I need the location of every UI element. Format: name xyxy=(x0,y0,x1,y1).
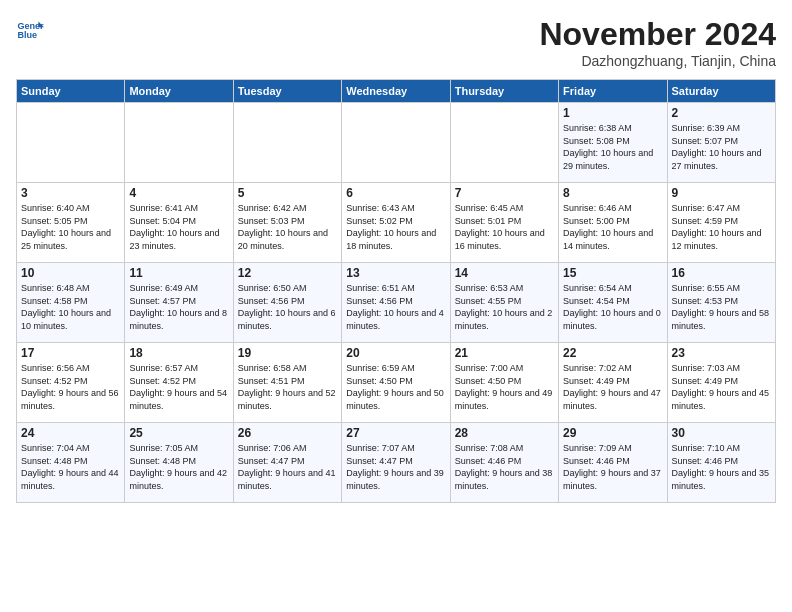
calendar-cell: 22Sunrise: 7:02 AM Sunset: 4:49 PM Dayli… xyxy=(559,343,667,423)
day-number: 24 xyxy=(21,426,120,440)
day-number: 7 xyxy=(455,186,554,200)
month-title: November 2024 xyxy=(539,16,776,53)
day-number: 26 xyxy=(238,426,337,440)
day-number: 20 xyxy=(346,346,445,360)
calendar-cell: 19Sunrise: 6:58 AM Sunset: 4:51 PM Dayli… xyxy=(233,343,341,423)
svg-text:Blue: Blue xyxy=(17,30,37,40)
day-number: 8 xyxy=(563,186,662,200)
calendar-body: 1Sunrise: 6:38 AM Sunset: 5:08 PM Daylig… xyxy=(17,103,776,503)
day-info: Sunrise: 6:49 AM Sunset: 4:57 PM Dayligh… xyxy=(129,282,228,332)
day-info: Sunrise: 7:06 AM Sunset: 4:47 PM Dayligh… xyxy=(238,442,337,492)
day-info: Sunrise: 7:03 AM Sunset: 4:49 PM Dayligh… xyxy=(672,362,771,412)
day-number: 11 xyxy=(129,266,228,280)
day-number: 21 xyxy=(455,346,554,360)
day-info: Sunrise: 6:53 AM Sunset: 4:55 PM Dayligh… xyxy=(455,282,554,332)
weekday-header-cell: Monday xyxy=(125,80,233,103)
day-number: 23 xyxy=(672,346,771,360)
day-info: Sunrise: 7:09 AM Sunset: 4:46 PM Dayligh… xyxy=(563,442,662,492)
day-info: Sunrise: 6:51 AM Sunset: 4:56 PM Dayligh… xyxy=(346,282,445,332)
calendar-cell xyxy=(342,103,450,183)
weekday-header-row: SundayMondayTuesdayWednesdayThursdayFrid… xyxy=(17,80,776,103)
day-info: Sunrise: 6:42 AM Sunset: 5:03 PM Dayligh… xyxy=(238,202,337,252)
day-number: 22 xyxy=(563,346,662,360)
day-info: Sunrise: 6:57 AM Sunset: 4:52 PM Dayligh… xyxy=(129,362,228,412)
calendar-cell: 26Sunrise: 7:06 AM Sunset: 4:47 PM Dayli… xyxy=(233,423,341,503)
day-info: Sunrise: 6:55 AM Sunset: 4:53 PM Dayligh… xyxy=(672,282,771,332)
day-number: 30 xyxy=(672,426,771,440)
day-info: Sunrise: 7:02 AM Sunset: 4:49 PM Dayligh… xyxy=(563,362,662,412)
day-number: 17 xyxy=(21,346,120,360)
calendar-cell: 6Sunrise: 6:43 AM Sunset: 5:02 PM Daylig… xyxy=(342,183,450,263)
weekday-header-cell: Wednesday xyxy=(342,80,450,103)
day-number: 5 xyxy=(238,186,337,200)
day-info: Sunrise: 6:40 AM Sunset: 5:05 PM Dayligh… xyxy=(21,202,120,252)
calendar-cell: 11Sunrise: 6:49 AM Sunset: 4:57 PM Dayli… xyxy=(125,263,233,343)
calendar-cell: 18Sunrise: 6:57 AM Sunset: 4:52 PM Dayli… xyxy=(125,343,233,423)
day-number: 10 xyxy=(21,266,120,280)
day-info: Sunrise: 6:38 AM Sunset: 5:08 PM Dayligh… xyxy=(563,122,662,172)
day-info: Sunrise: 6:46 AM Sunset: 5:00 PM Dayligh… xyxy=(563,202,662,252)
calendar-cell: 28Sunrise: 7:08 AM Sunset: 4:46 PM Dayli… xyxy=(450,423,558,503)
day-number: 16 xyxy=(672,266,771,280)
day-number: 12 xyxy=(238,266,337,280)
weekday-header-cell: Sunday xyxy=(17,80,125,103)
calendar-cell: 7Sunrise: 6:45 AM Sunset: 5:01 PM Daylig… xyxy=(450,183,558,263)
calendar-cell: 30Sunrise: 7:10 AM Sunset: 4:46 PM Dayli… xyxy=(667,423,775,503)
calendar-cell: 4Sunrise: 6:41 AM Sunset: 5:04 PM Daylig… xyxy=(125,183,233,263)
calendar-cell: 17Sunrise: 6:56 AM Sunset: 4:52 PM Dayli… xyxy=(17,343,125,423)
day-number: 6 xyxy=(346,186,445,200)
day-number: 14 xyxy=(455,266,554,280)
calendar-week-row: 3Sunrise: 6:40 AM Sunset: 5:05 PM Daylig… xyxy=(17,183,776,263)
day-info: Sunrise: 6:45 AM Sunset: 5:01 PM Dayligh… xyxy=(455,202,554,252)
calendar-cell: 1Sunrise: 6:38 AM Sunset: 5:08 PM Daylig… xyxy=(559,103,667,183)
weekday-header-cell: Thursday xyxy=(450,80,558,103)
day-info: Sunrise: 6:43 AM Sunset: 5:02 PM Dayligh… xyxy=(346,202,445,252)
calendar-cell: 8Sunrise: 6:46 AM Sunset: 5:00 PM Daylig… xyxy=(559,183,667,263)
day-number: 13 xyxy=(346,266,445,280)
calendar-cell: 12Sunrise: 6:50 AM Sunset: 4:56 PM Dayli… xyxy=(233,263,341,343)
calendar-cell: 16Sunrise: 6:55 AM Sunset: 4:53 PM Dayli… xyxy=(667,263,775,343)
day-info: Sunrise: 7:08 AM Sunset: 4:46 PM Dayligh… xyxy=(455,442,554,492)
location-subtitle: Dazhongzhuang, Tianjin, China xyxy=(539,53,776,69)
calendar-week-row: 1Sunrise: 6:38 AM Sunset: 5:08 PM Daylig… xyxy=(17,103,776,183)
calendar-cell: 15Sunrise: 6:54 AM Sunset: 4:54 PM Dayli… xyxy=(559,263,667,343)
calendar-week-row: 24Sunrise: 7:04 AM Sunset: 4:48 PM Dayli… xyxy=(17,423,776,503)
day-number: 1 xyxy=(563,106,662,120)
weekday-header-cell: Friday xyxy=(559,80,667,103)
calendar-cell: 10Sunrise: 6:48 AM Sunset: 4:58 PM Dayli… xyxy=(17,263,125,343)
day-number: 9 xyxy=(672,186,771,200)
day-number: 28 xyxy=(455,426,554,440)
calendar-cell: 21Sunrise: 7:00 AM Sunset: 4:50 PM Dayli… xyxy=(450,343,558,423)
weekday-header-cell: Saturday xyxy=(667,80,775,103)
calendar-cell xyxy=(17,103,125,183)
logo-icon: General Blue xyxy=(16,16,44,44)
day-info: Sunrise: 7:00 AM Sunset: 4:50 PM Dayligh… xyxy=(455,362,554,412)
day-info: Sunrise: 6:56 AM Sunset: 4:52 PM Dayligh… xyxy=(21,362,120,412)
calendar-cell: 5Sunrise: 6:42 AM Sunset: 5:03 PM Daylig… xyxy=(233,183,341,263)
calendar-cell xyxy=(450,103,558,183)
calendar-cell: 13Sunrise: 6:51 AM Sunset: 4:56 PM Dayli… xyxy=(342,263,450,343)
day-number: 29 xyxy=(563,426,662,440)
calendar-cell: 27Sunrise: 7:07 AM Sunset: 4:47 PM Dayli… xyxy=(342,423,450,503)
day-info: Sunrise: 7:04 AM Sunset: 4:48 PM Dayligh… xyxy=(21,442,120,492)
day-info: Sunrise: 6:58 AM Sunset: 4:51 PM Dayligh… xyxy=(238,362,337,412)
day-number: 15 xyxy=(563,266,662,280)
day-info: Sunrise: 6:48 AM Sunset: 4:58 PM Dayligh… xyxy=(21,282,120,332)
day-info: Sunrise: 7:07 AM Sunset: 4:47 PM Dayligh… xyxy=(346,442,445,492)
calendar-week-row: 10Sunrise: 6:48 AM Sunset: 4:58 PM Dayli… xyxy=(17,263,776,343)
calendar-cell: 24Sunrise: 7:04 AM Sunset: 4:48 PM Dayli… xyxy=(17,423,125,503)
day-number: 18 xyxy=(129,346,228,360)
day-info: Sunrise: 7:05 AM Sunset: 4:48 PM Dayligh… xyxy=(129,442,228,492)
day-info: Sunrise: 6:47 AM Sunset: 4:59 PM Dayligh… xyxy=(672,202,771,252)
calendar-cell: 2Sunrise: 6:39 AM Sunset: 5:07 PM Daylig… xyxy=(667,103,775,183)
calendar-cell: 20Sunrise: 6:59 AM Sunset: 4:50 PM Dayli… xyxy=(342,343,450,423)
day-number: 2 xyxy=(672,106,771,120)
calendar-cell: 3Sunrise: 6:40 AM Sunset: 5:05 PM Daylig… xyxy=(17,183,125,263)
day-info: Sunrise: 6:54 AM Sunset: 4:54 PM Dayligh… xyxy=(563,282,662,332)
logo: General Blue xyxy=(16,16,44,44)
day-info: Sunrise: 7:10 AM Sunset: 4:46 PM Dayligh… xyxy=(672,442,771,492)
calendar-cell: 23Sunrise: 7:03 AM Sunset: 4:49 PM Dayli… xyxy=(667,343,775,423)
day-info: Sunrise: 6:39 AM Sunset: 5:07 PM Dayligh… xyxy=(672,122,771,172)
page-header: General Blue November 2024 Dazhongzhuang… xyxy=(16,16,776,69)
calendar-cell xyxy=(233,103,341,183)
